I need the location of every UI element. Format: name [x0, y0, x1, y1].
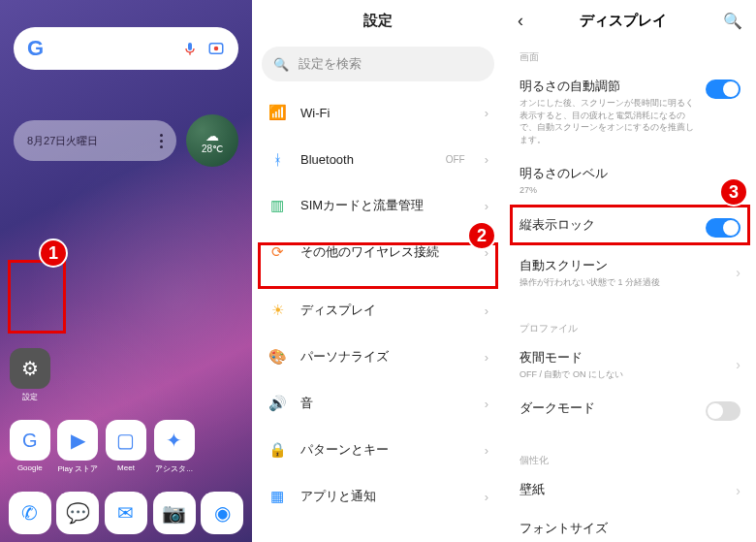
- app-empty: [102, 348, 150, 402]
- app-Google[interactable]: GGoogle: [6, 420, 54, 474]
- app-Meet[interactable]: ▢Meet: [102, 420, 150, 474]
- marker-badge-3: 3: [719, 177, 748, 207]
- settings-row-SIMカードと流量管理[interactable]: ▥SIMカードと流量管理›: [252, 182, 504, 229]
- mic-icon[interactable]: [182, 41, 198, 56]
- dock-app[interactable]: ◉: [198, 492, 246, 534]
- dock-app[interactable]: ✆: [6, 492, 54, 534]
- search-icon[interactable]: 🔍: [723, 12, 742, 30]
- app-empty: [198, 348, 246, 402]
- settings-row-セキュリティ[interactable]: 🛡セキュリティ›: [252, 531, 504, 542]
- row-label: SIMカードと流量管理: [300, 197, 471, 214]
- night-title: 夜間モード: [520, 349, 726, 367]
- row-wallpaper[interactable]: 壁紙 ›: [504, 471, 756, 510]
- app-アシスタ...[interactable]: ✦アシスタ...: [150, 420, 199, 474]
- app-empty: [198, 420, 246, 474]
- app-icon: [57, 348, 98, 389]
- auto-bright-sub: オンにした後、スクリーンが長時間に明るく表示すると、目の疲れと電気消耗になるので…: [520, 97, 696, 145]
- row-icon: 🔒: [268, 441, 287, 459]
- dock-app[interactable]: 💬: [54, 492, 103, 534]
- row-icon: ᚼ: [268, 151, 287, 168]
- display-screen: ‹ ディスプレイ 🔍 画面 明るさの自動調節 オンにした後、スクリーンが長時間に…: [504, 0, 756, 542]
- row-label: ディスプレイ: [300, 302, 471, 319]
- settings-row-パターンとキー[interactable]: 🔒パターンとキー›: [252, 427, 504, 473]
- back-icon[interactable]: ‹: [518, 11, 523, 31]
- dock-icon: ◉: [201, 492, 243, 534]
- chevron-right-icon: ›: [736, 265, 740, 280]
- weather-widget[interactable]: ☁ 28℃: [186, 114, 238, 167]
- marker-badge-1: 1: [39, 239, 68, 268]
- chevron-right-icon: ›: [485, 397, 488, 411]
- search-icon: 🔍: [273, 57, 289, 72]
- chevron-right-icon: ›: [485, 490, 488, 504]
- row-brightness-level[interactable]: 明るさのレベル 27% ›: [504, 155, 756, 207]
- marker-box-3: [510, 205, 750, 245]
- dark-mode-toggle[interactable]: [706, 401, 740, 421]
- chevron-right-icon: ›: [485, 199, 488, 213]
- row-icon: 🔊: [268, 395, 287, 412]
- marker-box-2: [258, 242, 498, 289]
- row-font-size[interactable]: フォントサイズ: [504, 510, 756, 542]
- row-label: Wi-Fi: [300, 106, 471, 120]
- app-empty: [54, 348, 103, 402]
- bright-level-sub: 27%: [520, 184, 726, 197]
- row-icon: 🎨: [268, 348, 287, 366]
- settings-row-ディスプレイ[interactable]: ☀ディスプレイ›: [252, 287, 504, 334]
- app-icon: [202, 348, 242, 389]
- app-icon: ▶: [57, 420, 98, 461]
- settings-row-音[interactable]: 🔊音›: [252, 380, 504, 427]
- app-設定[interactable]: ⚙設定: [6, 348, 54, 402]
- row-icon: ▥: [268, 197, 287, 214]
- row-dark-mode[interactable]: ダークモード: [504, 390, 756, 430]
- settings-title: 設定: [252, 0, 504, 41]
- app-icon: ✦: [154, 420, 195, 461]
- row-auto-brightness[interactable]: 明るさの自動調節 オンにした後、スクリーンが長時間に明るく表示すると、目の疲れと…: [504, 68, 756, 155]
- lens-icon[interactable]: [207, 40, 225, 57]
- dock-icon: ✆: [9, 492, 51, 534]
- dock-app[interactable]: ✉: [102, 492, 150, 534]
- row-label: パターンとキー: [300, 441, 471, 459]
- row-label: Bluetooth: [300, 152, 432, 167]
- app-icon: [202, 420, 242, 461]
- app-icon: ⚙: [10, 348, 50, 389]
- row-auto-screen[interactable]: 自動スクリーン 操作が行われない状態で 1 分経過後 ›: [504, 247, 756, 299]
- row-icon: 📶: [268, 104, 287, 121]
- app-icon: [106, 348, 146, 389]
- auto-screen-sub: 操作が行われない状態で 1 分経過後: [520, 276, 726, 289]
- chevron-right-icon: ›: [736, 483, 740, 498]
- settings-search[interactable]: 🔍 設定を検索: [262, 47, 494, 81]
- app-icon: ▢: [106, 420, 146, 461]
- settings-row-Wi-Fi[interactable]: 📶Wi-Fi›: [252, 89, 504, 136]
- section-profile: プロファイル: [504, 312, 756, 339]
- dock-app[interactable]: 📷: [150, 492, 199, 534]
- row-label: アプリと通知: [300, 488, 471, 505]
- chevron-right-icon: ›: [485, 152, 488, 167]
- app-Play ストア[interactable]: ▶Play ストア: [54, 420, 103, 474]
- settings-row-Bluetooth[interactable]: ᚼBluetoothOFF›: [252, 136, 504, 182]
- app-label: Play ストア: [57, 463, 98, 474]
- section-personal: 個性化: [504, 444, 756, 471]
- more-icon[interactable]: [160, 134, 163, 148]
- marker-box-1: [8, 260, 66, 334]
- google-logo: G: [27, 36, 44, 61]
- date-widget[interactable]: 8月27日火曜日: [14, 120, 176, 161]
- app-label: Google: [17, 463, 43, 472]
- search-placeholder: 設定を検索: [299, 55, 362, 73]
- temperature: 28℃: [202, 143, 223, 154]
- app-label: 設定: [22, 392, 38, 402]
- settings-row-アプリと通知[interactable]: ▦アプリと通知›: [252, 473, 504, 520]
- dark-title: ダークモード: [520, 399, 696, 417]
- app-icon: [154, 348, 195, 389]
- row-tag: OFF: [446, 154, 465, 165]
- google-search-bar[interactable]: G: [14, 27, 238, 70]
- settings-row-パーソナライズ[interactable]: 🎨パーソナライズ›: [252, 334, 504, 380]
- dock-icon: ✉: [105, 492, 147, 534]
- display-title: ディスプレイ: [580, 12, 667, 30]
- auto-bright-toggle[interactable]: [706, 80, 740, 99]
- row-night-mode[interactable]: 夜間モード OFF / 自動で ON にしない ›: [504, 339, 756, 391]
- chevron-right-icon: ›: [485, 350, 488, 365]
- app-label: アシスタ...: [155, 463, 193, 474]
- app-grid: ⚙設定GGoogle▶Play ストア▢Meet✦アシスタ...: [0, 348, 252, 474]
- dock: ✆💬✉📷◉: [0, 492, 252, 534]
- chevron-right-icon: ›: [485, 443, 488, 458]
- app-empty: [150, 348, 199, 402]
